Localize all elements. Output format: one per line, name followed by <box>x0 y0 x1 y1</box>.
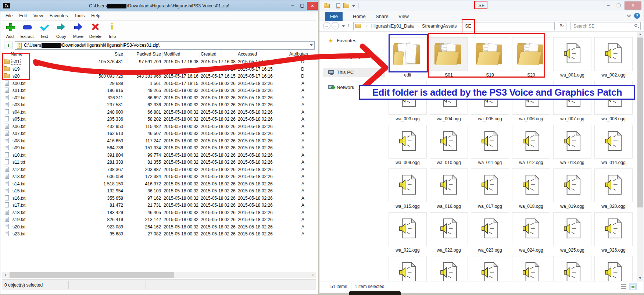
scrollbar-thumb[interactable] <box>10 272 174 278</box>
table-row[interactable]: s02.txt 326 311 86 697 2015-05-18 00:32 … <box>2 95 316 102</box>
list-item[interactable]: S20 <box>512 37 550 81</box>
list-item[interactable]: wa_017.ogg <box>471 168 509 212</box>
list-item[interactable]: wa_009.ogg <box>389 125 427 168</box>
column-divider[interactable] <box>162 51 163 58</box>
table-row[interactable]: s03.txt 237 581 62 336 2015-05-18 00:32 … <box>2 102 316 109</box>
list-item[interactable] <box>471 256 509 283</box>
scroll-left-icon[interactable]: ‹ <box>2 272 8 278</box>
item-icon-box[interactable] <box>389 212 427 246</box>
list-item[interactable]: wa_003.ogg <box>389 81 427 125</box>
help-icon[interactable]: ? <box>634 13 640 19</box>
list-item[interactable] <box>430 256 468 283</box>
item-icon-box[interactable] <box>594 37 633 71</box>
tab-home[interactable]: Home <box>348 12 371 21</box>
table-row[interactable]: s12.txt 738 367 203 887 2015-05-18 00:32… <box>2 166 316 174</box>
item-icon-box[interactable] <box>553 256 591 283</box>
item-icon-box[interactable] <box>471 37 509 71</box>
scrollbar-thumb[interactable] <box>637 38 643 207</box>
search-box[interactable] <box>570 22 641 30</box>
list-item[interactable]: S01 <box>430 37 468 81</box>
item-icon-box[interactable] <box>430 212 468 246</box>
menu-item[interactable]: Edit <box>16 12 30 18</box>
minimize-button[interactable]: – <box>603 1 613 10</box>
close-button[interactable]: × <box>307 2 318 10</box>
toolbar-button[interactable]: Copy <box>53 21 69 39</box>
item-icon-box[interactable] <box>389 125 427 159</box>
breadcrumb-item[interactable]: HigurashiEp01_Data <box>371 24 414 29</box>
item-icon-box[interactable] <box>553 168 591 202</box>
column-header-packed-size[interactable]: Packed Size <box>125 51 161 57</box>
item-icon-box[interactable] <box>430 168 468 202</box>
item-icon-box[interactable] <box>471 256 509 283</box>
item-icon-box[interactable] <box>430 256 468 283</box>
sevenzip-titlebar[interactable]: 7z C:\Users\Downloads\Higurashi\Higurash… <box>0 0 318 11</box>
table-row[interactable]: s19.txt 826 419 213 142 2015-05-18 00:32… <box>2 216 316 224</box>
table-row[interactable]: s06.txt 432 950 115 482 2015-05-18 00:32… <box>2 123 316 131</box>
list-item[interactable]: wa_011.ogg <box>471 125 509 168</box>
table-row[interactable]: s01 105 376 481 97 591 709 2015-05-17 16… <box>2 58 316 66</box>
item-icon-box[interactable] <box>471 81 509 115</box>
horizontal-scrollbar[interactable]: ‹ › <box>2 272 316 278</box>
toolbar-button[interactable]: Add <box>2 21 18 39</box>
tab-file[interactable]: File <box>325 12 343 21</box>
column-divider[interactable] <box>125 51 125 58</box>
explorer-titlebar[interactable]: SE – ▢ × <box>319 0 644 11</box>
sidebar-item-favorites[interactable]: ★Favorites <box>319 36 388 45</box>
table-row[interactable]: s05.txt 205 336 58 202 2015-05-18 00:32 … <box>2 116 316 123</box>
list-item[interactable] <box>512 256 550 283</box>
list-item[interactable]: wa_001.ogg <box>553 37 591 81</box>
item-icon-box[interactable] <box>471 168 509 202</box>
list-item[interactable]: wa_021.ogg <box>389 212 427 256</box>
list-item[interactable]: wa_018.ogg <box>512 168 550 212</box>
list-item[interactable]: wa_012.ogg <box>512 125 550 168</box>
item-icon-box[interactable] <box>512 81 550 115</box>
column-header-modified[interactable]: Modified <box>164 51 180 57</box>
list-item[interactable]: wa_002.ogg <box>594 37 633 81</box>
toolbar-button[interactable]: Extract <box>19 21 35 39</box>
list-item[interactable]: wa_008.ogg <box>594 81 633 125</box>
large-icons-view-button[interactable] <box>629 283 637 290</box>
menu-item[interactable]: Tools <box>71 12 88 18</box>
list-item[interactable]: wa_026.ogg <box>594 212 633 256</box>
details-view-button[interactable] <box>619 283 627 290</box>
back-button[interactable]: ← <box>323 22 330 29</box>
list-item[interactable]: wa_007.ogg <box>553 81 591 125</box>
menu-item[interactable]: File <box>2 12 16 18</box>
item-icon-box[interactable] <box>553 125 591 159</box>
table-row[interactable]: s01.txt 186 916 49 265 2015-05-18 00:32 … <box>2 87 316 95</box>
sidebar-item-homegroup[interactable]: ⌂Homegroup <box>319 52 388 61</box>
toolbar-button[interactable]: Info <box>105 21 120 39</box>
table-row[interactable]: s09.txt 564 736 151 334 2015-05-18 00:32… <box>2 145 316 152</box>
maximize-button[interactable]: ▢ <box>613 1 624 10</box>
list-item[interactable]: wa_025.ogg <box>553 212 591 256</box>
column-divider[interactable] <box>237 51 237 58</box>
list-item[interactable]: wa_022.ogg <box>430 212 468 256</box>
search-input[interactable] <box>573 23 632 29</box>
item-icon-box[interactable] <box>594 81 633 115</box>
item-icon-box[interactable] <box>389 81 427 115</box>
column-divider[interactable] <box>280 51 280 58</box>
refresh-button[interactable]: ↻ <box>558 22 566 30</box>
folder-up-button[interactable]: ⬆ <box>4 42 13 49</box>
list-item[interactable]: wa_016.ogg <box>430 168 468 212</box>
item-icon-box[interactable] <box>594 168 633 202</box>
tab-share[interactable]: Share <box>371 12 393 21</box>
sidebar-item-this-pc[interactable]: This PC <box>323 68 385 77</box>
ribbon-collapse-icon[interactable] <box>627 13 631 17</box>
column-header-accessed[interactable]: Accessed <box>238 51 257 57</box>
minimize-button[interactable]: – <box>288 2 297 10</box>
menu-item[interactable]: Favorites <box>46 12 71 18</box>
breadcrumb[interactable]: « HigurashiEp01_Data › StreamingAssets ›… <box>353 22 555 30</box>
archive-path-combobox[interactable]: C:\Users\Downloads\Higurashi\HigurashiPS… <box>15 41 315 50</box>
table-row[interactable]: s11.txt 281 333 81 355 2015-05-18 00:32 … <box>2 159 316 166</box>
item-icon-box[interactable] <box>471 125 509 159</box>
item-icon-box[interactable] <box>512 256 550 283</box>
table-row[interactable]: s14.txt 1 518 150 416 372 2015-05-18 00:… <box>2 181 316 188</box>
list-item[interactable]: wa_013.ogg <box>553 125 591 168</box>
table-row[interactable]: s20.txt 923 089 264 162 2015-05-18 00:32… <box>2 224 316 231</box>
table-row[interactable]: s07.txt 162 613 46 507 2015-05-18 00:32 … <box>2 130 316 138</box>
list-item[interactable]: wa_015.ogg <box>389 168 427 212</box>
breadcrumb-item-current[interactable]: SE <box>464 24 472 29</box>
item-icon-box[interactable] <box>553 212 591 246</box>
item-icon-box[interactable] <box>512 37 550 71</box>
